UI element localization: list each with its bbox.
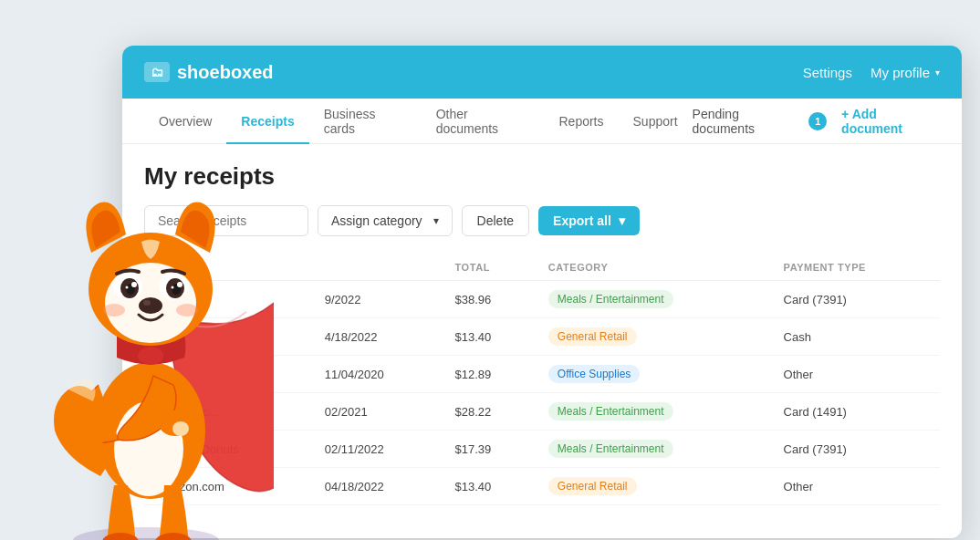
row-name: Amazon.com <box>144 468 314 505</box>
export-all-button[interactable]: Export all ▾ <box>538 206 640 235</box>
table-row: 9/2022 $38.96 Meals / Entertainment Card… <box>144 281 940 318</box>
row-date: 11/04/2020 <box>314 356 444 393</box>
row-payment: Other <box>773 356 940 393</box>
my-profile-label: My profile <box>871 65 930 80</box>
tab-other-documents[interactable]: Other documents <box>422 99 545 144</box>
settings-link[interactable]: Settings <box>803 65 852 80</box>
row-category: Meals / Entertainment <box>537 393 773 431</box>
assign-category-label: Assign category <box>331 213 422 228</box>
logo-area: 🗂 shoeboxed <box>144 62 274 83</box>
logo-icon: 🗂 <box>144 62 170 82</box>
row-name: Daylight Donuts <box>144 431 314 468</box>
export-chevron-icon: ▾ <box>619 213 625 228</box>
col-header-total: TOTAL <box>444 254 537 281</box>
row-date: 02/2021 <box>314 393 444 431</box>
table-row: Amazon.com 04/18/2022 $13.40 General Ret… <box>144 468 940 505</box>
row-payment: Card (7391) <box>773 431 940 468</box>
tab-receipts[interactable]: Receipts <box>226 99 308 144</box>
export-all-label: Export all <box>553 213 611 228</box>
delete-button[interactable]: Delete <box>462 205 529 236</box>
row-name: Herris Tec... <box>144 393 314 431</box>
screenshot-wrapper: 🗂 shoeboxed Settings My profile ▾ Overvi… <box>18 18 962 540</box>
row-category: Meals / Entertainment <box>537 431 773 468</box>
table-row: 11/04/2020 $12.89 Office Supplies Other <box>144 356 940 393</box>
row-category: Meals / Entertainment <box>537 281 773 318</box>
page-title: My receipts <box>144 162 940 191</box>
col-header-category: CATEGORY <box>537 254 773 281</box>
table-row: Herris Tec... 02/2021 $28.22 Meals / Ent… <box>144 393 940 431</box>
row-payment: Card (1491) <box>773 393 940 431</box>
row-payment: Other <box>773 468 940 505</box>
add-document-button[interactable]: + Add document <box>841 107 940 136</box>
sub-nav-right: Pending documents 1 + Add document <box>693 107 940 136</box>
col-header-date <box>314 254 444 281</box>
search-input[interactable] <box>144 205 308 236</box>
receipts-table: TOTAL CATEGORY PAYMENT TYPE 9/2022 $38.9… <box>144 254 940 505</box>
row-name <box>144 318 314 356</box>
app-name: shoeboxed <box>177 62 274 83</box>
assign-category-button[interactable]: Assign category <box>318 205 453 236</box>
sub-nav: Overview Receipts Business cards Other d… <box>122 99 962 144</box>
table-row: Daylight Donuts 02/11/2022 $17.39 Meals … <box>144 431 940 468</box>
row-total: $17.39 <box>444 431 537 468</box>
pending-documents-label: Pending documents <box>693 107 804 136</box>
toolbar: Assign category Delete Export all ▾ <box>144 205 940 236</box>
row-category: General Retail <box>537 468 773 505</box>
row-date: 9/2022 <box>314 281 444 318</box>
row-category: General Retail <box>537 318 773 356</box>
row-category: Office Supplies <box>537 356 773 393</box>
app-window: 🗂 shoeboxed Settings My profile ▾ Overvi… <box>122 46 962 538</box>
row-date: 04/18/2022 <box>314 468 444 505</box>
svg-point-3 <box>73 422 106 448</box>
col-header-name <box>144 254 314 281</box>
row-total: $13.40 <box>444 468 537 505</box>
tab-overview[interactable]: Overview <box>144 99 226 144</box>
row-total: $38.96 <box>444 281 537 318</box>
top-nav: 🗂 shoeboxed Settings My profile ▾ <box>122 46 962 99</box>
tab-reports[interactable]: Reports <box>544 99 618 144</box>
row-payment: Card (7391) <box>773 281 940 318</box>
table-row: 4/18/2022 $13.40 General Retail Cash <box>144 318 940 356</box>
row-total: $28.22 <box>444 393 537 431</box>
row-date: 4/18/2022 <box>314 318 444 356</box>
col-header-payment: PAYMENT TYPE <box>773 254 940 281</box>
row-name <box>144 356 314 393</box>
main-content: My receipts Assign category Delete Expor… <box>122 144 962 524</box>
pending-documents[interactable]: Pending documents 1 <box>693 107 828 136</box>
svg-point-4 <box>76 434 92 449</box>
my-profile-button[interactable]: My profile ▾ <box>871 65 940 80</box>
pending-badge: 1 <box>808 112 827 130</box>
row-date: 02/11/2022 <box>314 431 444 468</box>
sub-nav-left: Overview Receipts Business cards Other d… <box>144 99 693 143</box>
row-total: $13.40 <box>444 318 537 356</box>
tab-business-cards[interactable]: Business cards <box>309 99 422 144</box>
nav-right: Settings My profile ▾ <box>803 65 940 80</box>
chevron-down-icon: ▾ <box>935 68 940 78</box>
tab-support[interactable]: Support <box>619 99 693 144</box>
row-name <box>144 281 314 318</box>
row-total: $12.89 <box>444 356 537 393</box>
row-payment: Cash <box>773 318 940 356</box>
